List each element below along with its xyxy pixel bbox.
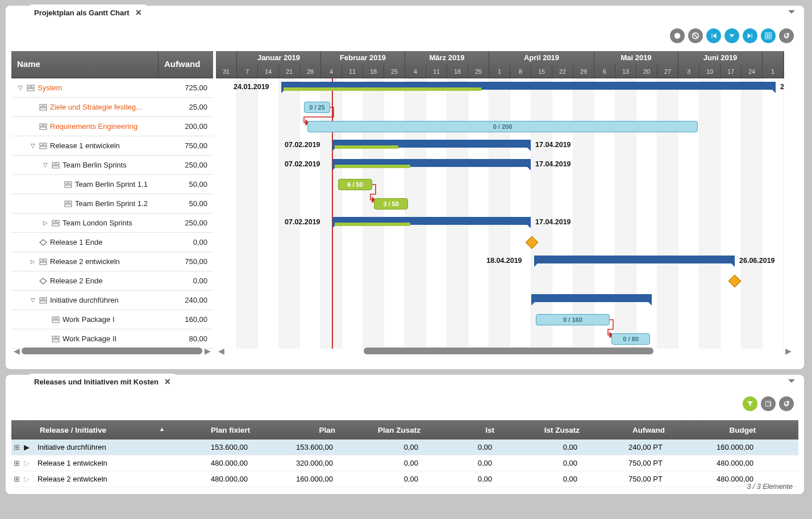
task-bar[interactable]: 0 / 80 — [611, 333, 650, 345]
costs-row[interactable]: ⊞▶Initiative durchführen153.600,00153.60… — [11, 440, 798, 455]
costs-row[interactable]: ⊞▷Release 2 entwickeln480.000,00160.000,… — [11, 471, 798, 487]
task-row[interactable]: ▽Team Berlin Sprints250,00 — [11, 156, 213, 175]
gantt-row[interactable]: 0 / 160 — [216, 310, 784, 329]
task-row[interactable]: Work Package I160,00 — [11, 310, 213, 329]
col-name-header[interactable]: Name — [11, 51, 158, 78]
summary-bar[interactable] — [332, 159, 531, 167]
summary-bar[interactable] — [332, 217, 531, 225]
task-bar[interactable]: 0 / 200 — [307, 121, 698, 132]
col-effort-header[interactable]: Aufwand — [158, 51, 213, 78]
gantt-row[interactable]: 0 / 25 — [216, 98, 784, 117]
summary-bar[interactable] — [281, 82, 776, 90]
task-bar[interactable]: 6 / 50 — [338, 179, 372, 190]
task-name: Release 1 entwickeln — [50, 141, 120, 150]
expand-icon[interactable]: ▽ — [31, 143, 36, 149]
task-row[interactable]: Ziele und Strategie festleg...25,00 — [11, 98, 213, 117]
panel-menu-icon[interactable] — [788, 379, 795, 386]
costs-table: Release / Initiative ▲Plan fixiertPlanPl… — [11, 420, 798, 487]
task-row[interactable]: Team Berlin Sprint 1.150,00 — [11, 175, 213, 194]
summary-bar[interactable] — [332, 140, 531, 148]
chart-scroll-left-icon[interactable]: ◀ — [218, 346, 224, 355]
gantt-row[interactable]: 0 / 80 — [216, 329, 784, 349]
export-icon[interactable] — [761, 396, 776, 411]
task-bar[interactable]: 3 / 50 — [374, 198, 408, 210]
costs-col-header[interactable]: Plan Zusatz — [341, 426, 426, 434]
task-bar[interactable]: 0 / 25 — [304, 102, 330, 113]
scroll-left-icon[interactable]: ◀ — [14, 346, 20, 355]
expand-icon[interactable]: ▽ — [43, 162, 49, 168]
costs-col-header[interactable]: Plan fixiert — [170, 426, 256, 434]
expand-icon[interactable]: ⊞ — [11, 475, 22, 483]
task-bar[interactable]: 0 / 160 — [536, 314, 610, 325]
gantt-row[interactable]: 6 / 50 — [216, 175, 784, 194]
summary-bar[interactable] — [534, 256, 735, 263]
scroll-right-icon[interactable]: ▶ — [205, 346, 211, 355]
play-icon[interactable]: ▷ — [22, 459, 32, 467]
expand-icon[interactable]: ▷ — [31, 258, 36, 265]
summary-bar[interactable] — [531, 294, 652, 302]
refresh-icon[interactable] — [779, 28, 794, 43]
expand-icon[interactable]: ⊞ — [11, 459, 22, 467]
task-row[interactable]: ▽Initiative durchführen240,00 — [11, 291, 213, 310]
gantt-row[interactable]: 3 / 50 — [216, 194, 784, 214]
svg-rect-12 — [44, 104, 47, 107]
milestone-marker[interactable] — [526, 236, 539, 249]
task-row[interactable]: Requirements Engineering200,00 — [11, 117, 213, 136]
costs-col-header[interactable]: Plan — [256, 426, 341, 434]
costs-row[interactable]: ⊞▷Release 1 entwickeln480.000,00320.000,… — [11, 455, 798, 471]
gantt-row[interactable] — [216, 233, 784, 252]
costs-col-header[interactable]: Aufwand — [585, 426, 671, 434]
task-row[interactable]: ▷Release 2 entwickeln750,00 — [11, 252, 213, 271]
gantt-row[interactable]: 07.02.201917.04.2019 — [216, 214, 784, 233]
costs-cell: 0,00 — [339, 443, 424, 451]
chart-scroll-right-icon[interactable]: ▶ — [785, 346, 792, 355]
disable-icon[interactable] — [688, 28, 703, 43]
svg-rect-40 — [52, 320, 59, 323]
jump-start-icon[interactable] — [706, 28, 721, 43]
milestone-marker[interactable] — [728, 275, 742, 288]
svg-rect-15 — [44, 124, 47, 126]
filter-icon[interactable] — [743, 396, 757, 411]
costs-col-header[interactable]: Release / Initiative ▲ — [34, 426, 170, 434]
costs-col-header[interactable]: Budget — [671, 426, 761, 434]
gantt-chart[interactable]: 24.01.201926.06.20190 / 250 / 20007.02.2… — [216, 78, 784, 349]
gantt-row[interactable]: 07.02.201917.04.2019 — [216, 136, 784, 156]
task-effort: 160,00 — [158, 315, 213, 324]
gantt-row[interactable]: 24.01.201926.06.2019 — [216, 78, 784, 98]
costs-col-header[interactable]: Ist — [426, 426, 500, 434]
play-icon[interactable]: ▶ — [22, 443, 32, 451]
expand-icon[interactable]: ▽ — [31, 297, 36, 303]
refresh-icon[interactable] — [779, 396, 794, 411]
task-row[interactable]: ▷Team London Sprints250,00 — [11, 214, 213, 233]
week-header: 25 — [468, 65, 489, 78]
chart-hscroll[interactable] — [364, 348, 653, 354]
costs-col-header[interactable]: Ist Zusatz — [500, 426, 585, 434]
gantt-row[interactable] — [216, 271, 784, 291]
week-header: 24 — [742, 65, 763, 78]
gantt-row[interactable]: 07.02.201917.04.2019 — [216, 156, 784, 175]
task-effort: 250,00 — [158, 161, 213, 169]
task-row[interactable]: Release 2 Ende0,00 — [11, 271, 213, 291]
costs-tab[interactable]: Releases und Initiativen mit Kosten ✕ — [28, 374, 177, 390]
expand-icon[interactable]: ▽ — [18, 85, 24, 91]
jump-end-icon[interactable] — [743, 28, 757, 43]
close-icon[interactable]: ✕ — [164, 377, 171, 386]
gantt-row[interactable]: 18.04.201926.06.2019 — [216, 252, 784, 271]
task-row[interactable]: Team Berlin Sprint 1.250,00 — [11, 194, 213, 214]
fit-icon[interactable] — [670, 28, 685, 43]
play-icon[interactable]: ▷ — [22, 475, 32, 483]
gantt-row[interactable] — [216, 291, 784, 310]
collapse-icon[interactable] — [724, 28, 739, 43]
close-icon[interactable]: ✕ — [135, 8, 142, 17]
gantt-row[interactable]: 0 / 200 — [216, 117, 784, 136]
task-row[interactable]: ▽System725,00 — [11, 78, 213, 98]
panel-menu-icon[interactable] — [788, 10, 795, 17]
grid-icon[interactable] — [761, 28, 776, 43]
task-row[interactable]: Work Package II80,00 — [11, 329, 213, 349]
task-row[interactable]: Release 1 Ende0,00 — [11, 233, 213, 252]
task-row[interactable]: ▽Release 1 entwickeln750,00 — [11, 136, 213, 156]
expand-icon[interactable]: ⊞ — [11, 443, 22, 451]
grid-hscroll[interactable] — [22, 348, 202, 354]
expand-icon[interactable]: ▷ — [43, 220, 49, 226]
gantt-tab[interactable]: Projektplan als Gantt Chart ✕ — [28, 5, 148, 20]
